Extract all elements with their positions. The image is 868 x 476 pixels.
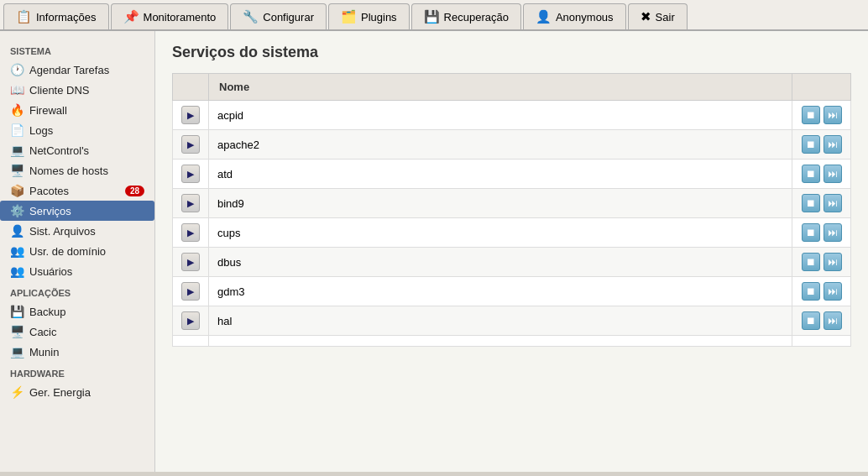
restart-btn-dbus[interactable]: ⏭ — [824, 253, 842, 271]
restart-btn-atd[interactable]: ⏭ — [824, 165, 842, 183]
icon-backup: 💾 — [10, 305, 24, 318]
icon-netcontrols: 💻 — [10, 144, 24, 157]
play-btn-gdm3[interactable]: ▶ — [181, 282, 200, 301]
play-btn-acpid[interactable]: ▶ — [181, 106, 200, 124]
action-btns-bind9: ⏹ ⏭ — [801, 194, 842, 212]
service-name-acpid: acpid — [209, 101, 792, 130]
sidebar-item-usuarios[interactable]: 👥Usuários — [0, 261, 154, 281]
restart-btn-apache2[interactable]: ⏭ — [824, 135, 842, 154]
restart-btn-acpid[interactable]: ⏭ — [824, 106, 842, 124]
stop-btn-cups[interactable]: ⏹ — [802, 223, 820, 242]
icon-usuarios: 👥 — [10, 264, 24, 278]
nav-tab-recuperacao[interactable]: 💾Recuperação — [411, 3, 521, 29]
service-name-gdm3: gdm3 — [209, 277, 792, 306]
table-row-cups: ▶ cups ⏹ ⏭ — [173, 218, 851, 248]
nav-tab-anonymous[interactable]: 👤Anonymous — [523, 3, 626, 29]
main-content: Serviços do sistema Nome ▶ acpid ⏹ ⏭ ▶ — [155, 31, 868, 472]
badge-pacotes: 28 — [125, 186, 144, 196]
stop-btn-dbus[interactable]: ⏹ — [802, 253, 820, 271]
icon-usr-dominio: 👥 — [10, 244, 24, 258]
table-row-dbus: ▶ dbus ⏹ ⏭ — [173, 248, 851, 277]
restart-btn-gdm3[interactable]: ⏭ — [824, 282, 842, 301]
sidebar-section-aplicações: APLICAÇÕES — [0, 281, 154, 301]
tab-label-anonymous: Anonymous — [556, 11, 614, 24]
service-name-cups: cups — [209, 218, 792, 248]
label-servicos: Serviços — [29, 205, 71, 217]
sidebar-item-logs[interactable]: 📄Logs — [0, 120, 154, 140]
sidebar-item-firewall[interactable]: 🔥Firewall — [0, 100, 154, 120]
tab-icon-configurar: 🔧 — [243, 9, 259, 24]
tab-label-informacoes: Informações — [36, 11, 97, 24]
tab-label-configurar: Configurar — [263, 11, 314, 24]
table-row-empty — [173, 336, 851, 347]
tab-icon-sair: ✖ — [641, 9, 651, 24]
label-agendar-tarefas: Agendar Tarefas — [29, 64, 109, 76]
stop-btn-acpid[interactable]: ⏹ — [802, 106, 820, 124]
services-table: Nome ▶ acpid ⏹ ⏭ ▶ apache2 ⏹ ⏭ — [172, 73, 851, 347]
sidebar-item-usr-dominio[interactable]: 👥Usr. de domínio — [0, 241, 154, 261]
nav-tab-monitoramento[interactable]: 📌Monitoramento — [111, 3, 229, 29]
icon-munin: 💻 — [10, 345, 24, 358]
nav-tab-configurar[interactable]: 🔧Configurar — [230, 3, 327, 29]
service-name-apache2: apache2 — [209, 130, 792, 160]
sidebar-item-sist-arquivos[interactable]: 👤Sist. Arquivos — [0, 221, 154, 241]
label-usr-dominio: Usr. de domínio — [29, 245, 106, 258]
play-btn-bind9[interactable]: ▶ — [181, 194, 200, 212]
label-usuarios: Usuários — [29, 265, 72, 278]
play-btn-apache2[interactable]: ▶ — [181, 135, 200, 154]
action-btns-acpid: ⏹ ⏭ — [801, 106, 842, 124]
sidebar-item-nomes-de-hosts[interactable]: 🖥️Nomes de hosts — [0, 160, 154, 180]
stop-btn-hal[interactable]: ⏹ — [802, 311, 820, 330]
play-btn-cups[interactable]: ▶ — [181, 223, 200, 242]
sidebar-item-cliente-dns[interactable]: 📖Cliente DNS — [0, 80, 154, 100]
stop-btn-bind9[interactable]: ⏹ — [802, 194, 820, 212]
stop-btn-apache2[interactable]: ⏹ — [802, 135, 820, 154]
action-btns-cups: ⏹ ⏭ — [801, 223, 842, 242]
label-logs: Logs — [29, 124, 53, 137]
sidebar-item-ger-energia[interactable]: ⚡Ger. Energia — [0, 382, 154, 402]
nav-tab-informacoes[interactable]: 📋Informações — [3, 3, 109, 29]
play-btn-hal[interactable]: ▶ — [181, 311, 200, 330]
service-name-hal: hal — [209, 306, 792, 336]
tab-icon-recuperacao: 💾 — [424, 9, 440, 24]
action-btns-atd: ⏹ ⏭ — [801, 165, 842, 183]
sidebar-item-munin[interactable]: 💻Munin — [0, 342, 154, 362]
sidebar-item-servicos[interactable]: ⚙️Serviços — [0, 201, 154, 221]
icon-cliente-dns: 📖 — [10, 83, 24, 97]
label-munin: Munin — [29, 346, 59, 358]
tab-icon-monitoramento: 📌 — [123, 9, 139, 24]
sidebar-item-backup[interactable]: 💾Backup — [0, 301, 154, 322]
play-btn-dbus[interactable]: ▶ — [181, 253, 200, 271]
nav-tab-plugins[interactable]: 🗂️Plugins — [328, 3, 410, 29]
page-title: Serviços do sistema — [172, 44, 851, 61]
stop-btn-gdm3[interactable]: ⏹ — [802, 282, 820, 301]
action-btns-hal: ⏹ ⏭ — [801, 311, 842, 330]
tab-icon-plugins: 🗂️ — [341, 9, 357, 24]
table-row-apache2: ▶ apache2 ⏹ ⏭ — [173, 130, 851, 160]
icon-servicos: ⚙️ — [10, 204, 24, 217]
sidebar-item-cacic[interactable]: 🖥️Cacic — [0, 322, 154, 342]
icon-logs: 📄 — [10, 123, 24, 137]
service-name-dbus: dbus — [209, 248, 792, 277]
sidebar-item-agendar-tarefas[interactable]: 🕐Agendar Tarefas — [0, 60, 154, 80]
sidebar: SISTEMA🕐Agendar Tarefas📖Cliente DNS🔥Fire… — [0, 31, 155, 472]
icon-cacic: 🖥️ — [10, 325, 24, 338]
main-layout: SISTEMA🕐Agendar Tarefas📖Cliente DNS🔥Fire… — [0, 31, 868, 472]
restart-btn-cups[interactable]: ⏭ — [824, 223, 842, 242]
table-row-gdm3: ▶ gdm3 ⏹ ⏭ — [173, 277, 851, 306]
service-name-bind9: bind9 — [209, 189, 792, 218]
play-btn-atd[interactable]: ▶ — [181, 165, 200, 183]
restart-btn-bind9[interactable]: ⏭ — [824, 194, 842, 212]
col-header-play — [173, 74, 209, 101]
service-name-atd: atd — [209, 160, 792, 189]
label-pacotes: Pacotes — [29, 185, 69, 197]
nav-tab-sair[interactable]: ✖Sair — [628, 3, 688, 29]
restart-btn-hal[interactable]: ⏭ — [824, 311, 842, 330]
label-netcontrols: NetControl's — [29, 144, 89, 157]
sidebar-item-pacotes[interactable]: 📦Pacotes28 — [0, 180, 154, 201]
label-firewall: Firewall — [29, 104, 67, 117]
services-list: ▶ acpid ⏹ ⏭ ▶ apache2 ⏹ ⏭ ▶ atd ⏹ ⏭ — [173, 101, 851, 347]
label-backup: Backup — [29, 306, 65, 318]
sidebar-item-netcontrols[interactable]: 💻NetControl's — [0, 140, 154, 160]
stop-btn-atd[interactable]: ⏹ — [802, 165, 820, 183]
